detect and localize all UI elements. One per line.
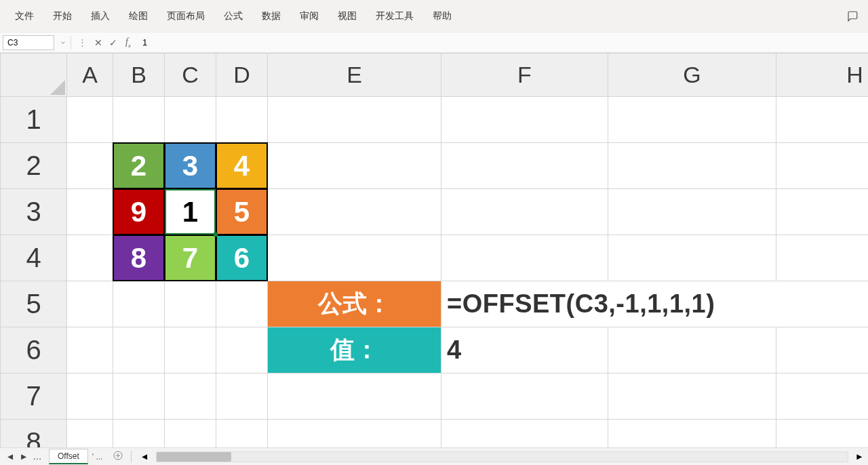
menu-help[interactable]: 帮助 bbox=[423, 6, 461, 26]
cell-H3[interactable] bbox=[776, 189, 869, 235]
cell-C4[interactable]: 7 bbox=[165, 235, 216, 281]
hscroll-left-icon[interactable]: ◄ bbox=[136, 451, 153, 462]
cell-B8[interactable] bbox=[113, 420, 165, 448]
comments-icon[interactable] bbox=[842, 7, 863, 25]
cell-G3[interactable] bbox=[608, 189, 776, 235]
cell-D1[interactable] bbox=[216, 97, 268, 143]
menu-draw[interactable]: 绘图 bbox=[119, 6, 157, 26]
add-sheet-icon[interactable] bbox=[113, 451, 123, 462]
formula-input[interactable] bbox=[136, 35, 868, 50]
cancel-icon[interactable]: ✕ bbox=[91, 35, 106, 50]
cell-F1[interactable] bbox=[441, 97, 608, 143]
cell-C1[interactable] bbox=[165, 97, 216, 143]
menu-review[interactable]: 审阅 bbox=[290, 6, 328, 26]
menu-formula[interactable]: 公式 bbox=[214, 6, 252, 26]
cell-E6[interactable]: 值： bbox=[268, 327, 441, 373]
col-header-C[interactable]: C bbox=[165, 54, 216, 97]
cell-B1[interactable] bbox=[113, 97, 165, 143]
cell-H8[interactable] bbox=[776, 420, 869, 448]
cell-F5[interactable]: =OFFSET(C3,-1,1,1,1) bbox=[441, 281, 869, 327]
cell-F4[interactable] bbox=[441, 235, 608, 281]
col-header-H[interactable]: H bbox=[776, 54, 869, 97]
cell-C3[interactable]: 1 bbox=[165, 189, 216, 235]
cell-B7[interactable] bbox=[113, 373, 165, 420]
cell-G2[interactable] bbox=[608, 143, 776, 189]
cell-A5[interactable] bbox=[67, 281, 113, 327]
cell-A4[interactable] bbox=[67, 235, 113, 281]
fx-icon[interactable]: fx bbox=[121, 35, 136, 50]
spreadsheet-grid[interactable]: A B C D E F G H 1 bbox=[0, 53, 868, 447]
col-header-E[interactable]: E bbox=[268, 54, 441, 97]
menu-view[interactable]: 视图 bbox=[328, 6, 366, 26]
cell-G7[interactable] bbox=[608, 373, 776, 420]
cell-H4[interactable] bbox=[776, 235, 869, 281]
cell-B2[interactable]: 2 bbox=[113, 143, 165, 189]
row-header-3[interactable]: 3 bbox=[1, 189, 67, 235]
cell-E3[interactable] bbox=[268, 189, 441, 235]
col-header-G[interactable]: G bbox=[608, 54, 776, 97]
cell-A3[interactable] bbox=[67, 189, 113, 235]
row-header-8[interactable]: 8 bbox=[1, 420, 67, 448]
cell-E4[interactable] bbox=[268, 235, 441, 281]
hscroll-right-icon[interactable]: ► bbox=[851, 451, 868, 462]
cell-F2[interactable] bbox=[441, 143, 608, 189]
cell-H6[interactable] bbox=[776, 327, 869, 373]
cell-G8[interactable] bbox=[608, 420, 776, 448]
sheet-nav-more-icon[interactable]: … bbox=[31, 451, 43, 463]
menu-layout[interactable]: 页面布局 bbox=[157, 6, 214, 26]
cell-D2[interactable]: 4 bbox=[216, 143, 268, 189]
cell-D6[interactable] bbox=[216, 327, 268, 373]
menu-file[interactable]: 文件 bbox=[5, 6, 43, 26]
cell-A2[interactable] bbox=[67, 143, 113, 189]
row-header-4[interactable]: 4 bbox=[1, 235, 67, 281]
cell-E7[interactable] bbox=[268, 373, 441, 420]
cell-B5[interactable] bbox=[113, 281, 165, 327]
row-header-7[interactable]: 7 bbox=[1, 373, 67, 420]
sheet-tab-offset[interactable]: Offset bbox=[49, 449, 88, 464]
cell-E1[interactable] bbox=[268, 97, 441, 143]
cell-C5[interactable] bbox=[165, 281, 216, 327]
horizontal-scrollbar[interactable] bbox=[156, 451, 848, 462]
cell-B6[interactable] bbox=[113, 327, 165, 373]
enter-icon[interactable]: ✓ bbox=[106, 35, 121, 50]
name-box-input[interactable] bbox=[3, 35, 54, 50]
col-header-D[interactable]: D bbox=[216, 54, 268, 97]
cell-D8[interactable] bbox=[216, 420, 268, 448]
formula-bar-options-icon[interactable]: ⋮ bbox=[78, 37, 87, 47]
cell-E5[interactable]: 公式： bbox=[268, 281, 441, 327]
row-header-2[interactable]: 2 bbox=[1, 143, 67, 189]
menu-home[interactable]: 开始 bbox=[43, 6, 81, 26]
cell-A1[interactable] bbox=[67, 97, 113, 143]
cell-D3[interactable]: 5 bbox=[216, 189, 268, 235]
row-header-1[interactable]: 1 bbox=[1, 97, 67, 143]
cell-B3[interactable]: 9 bbox=[113, 189, 165, 235]
row-header-5[interactable]: 5 bbox=[1, 281, 67, 327]
cell-G1[interactable] bbox=[608, 97, 776, 143]
menu-dev[interactable]: 开发工具 bbox=[366, 6, 423, 26]
cell-A7[interactable] bbox=[67, 373, 113, 420]
col-header-B[interactable]: B bbox=[113, 54, 165, 97]
cell-D4[interactable]: 6 bbox=[216, 235, 268, 281]
cell-C8[interactable] bbox=[165, 420, 216, 448]
cell-D7[interactable] bbox=[216, 373, 268, 420]
cell-H7[interactable] bbox=[776, 373, 869, 420]
cell-H1[interactable] bbox=[776, 97, 869, 143]
cell-F7[interactable] bbox=[441, 373, 608, 420]
cell-C7[interactable] bbox=[165, 373, 216, 420]
name-box-dropdown[interactable] bbox=[57, 35, 69, 50]
cell-F8[interactable] bbox=[441, 420, 608, 448]
cell-C6[interactable] bbox=[165, 327, 216, 373]
cell-E2[interactable] bbox=[268, 143, 441, 189]
scrollbar-thumb[interactable] bbox=[157, 452, 231, 462]
cell-A6[interactable] bbox=[67, 327, 113, 373]
row-header-6[interactable]: 6 bbox=[1, 327, 67, 373]
cell-A8[interactable] bbox=[67, 420, 113, 448]
sheet-nav-next-icon[interactable]: ► bbox=[18, 451, 30, 463]
col-header-A[interactable]: A bbox=[67, 54, 113, 97]
cell-G4[interactable] bbox=[608, 235, 776, 281]
cell-H2[interactable] bbox=[776, 143, 869, 189]
cell-G6[interactable] bbox=[608, 327, 776, 373]
cell-F6[interactable]: 4 bbox=[441, 327, 608, 373]
select-all-corner[interactable] bbox=[1, 54, 67, 97]
sheet-tab-other[interactable]: ' ... bbox=[88, 450, 110, 464]
